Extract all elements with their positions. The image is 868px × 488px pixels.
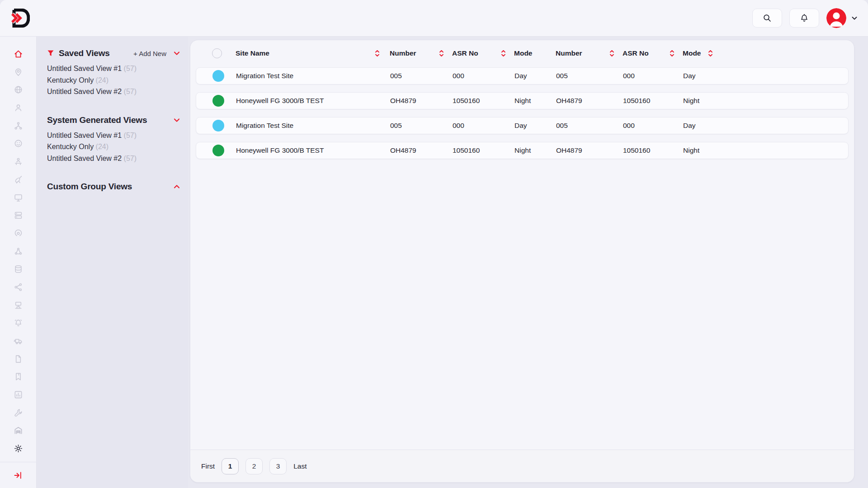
cell-site-name: Migration Test Site — [236, 72, 390, 80]
satellite-dish-icon[interactable] — [14, 175, 23, 184]
chevron-down-icon[interactable] — [173, 49, 181, 57]
sort-icon[interactable] — [609, 50, 614, 57]
monitor-icon[interactable] — [14, 193, 23, 202]
sort-icon[interactable] — [375, 50, 380, 57]
cell-asr-no-2: 000 — [623, 72, 683, 80]
column-header-asr-no[interactable]: ASR No — [452, 40, 514, 66]
status-dot — [212, 120, 224, 131]
table-row[interactable]: Migration Test Site 005 000 Day 005 000 … — [196, 67, 849, 84]
sort-icon[interactable] — [501, 50, 506, 57]
pagination-last[interactable]: Last — [293, 462, 307, 470]
sort-icon[interactable] — [439, 50, 444, 57]
app-window: Saved Views + Add New Untitled Saved Vie… — [0, 0, 868, 488]
select-all-radio[interactable] — [212, 48, 222, 58]
filter-funnel-icon — [47, 50, 54, 57]
chevron-up-icon[interactable] — [173, 183, 181, 191]
column-header-site-name[interactable]: Site Name — [236, 40, 390, 66]
section-title: Saved Views — [59, 48, 110, 58]
network-device-icon[interactable] — [14, 300, 23, 310]
view-label: Kentucky Only — [47, 76, 94, 84]
icon-rail — [0, 37, 37, 488]
cell-number-2: 005 — [556, 72, 623, 80]
truck-icon[interactable] — [14, 336, 23, 346]
view-label: Untitled Saved View #2 — [47, 155, 122, 162]
pagination-first[interactable]: First — [201, 462, 215, 470]
broadcast-icon[interactable] — [14, 229, 23, 238]
brand-logo[interactable] — [11, 9, 30, 28]
chevron-down-icon[interactable] — [173, 116, 181, 124]
view-label: Untitled Saved View #1 — [47, 131, 122, 139]
column-label: Mode — [683, 49, 701, 57]
table-row[interactable]: Honeywell FG 3000/B TEST OH4879 1050160 … — [196, 92, 849, 109]
database-icon[interactable] — [14, 264, 23, 274]
home-icon[interactable] — [14, 49, 23, 59]
column-header-number-2[interactable]: Number — [556, 40, 623, 66]
status-dot — [212, 145, 224, 156]
notifications-button[interactable] — [789, 9, 819, 28]
cluster-icon[interactable] — [14, 247, 23, 256]
saved-view-item[interactable]: Untitled Saved View #1 (57) — [47, 65, 181, 72]
view-label: Untitled Saved View #1 — [47, 65, 122, 72]
system-views-header: System Generated Views — [47, 115, 181, 125]
user-icon[interactable] — [14, 103, 23, 113]
column-header-number[interactable]: Number — [390, 40, 452, 66]
cell-asr-no-2: 1050160 — [623, 146, 683, 155]
saved-views-header: Saved Views + Add New — [47, 48, 181, 58]
cell-mode-2: Night — [683, 97, 848, 105]
custom-group-views-header: Custom Group Views — [47, 182, 181, 192]
bookmark-icon[interactable] — [14, 372, 23, 381]
document-icon[interactable] — [14, 354, 23, 364]
table-row[interactable]: Migration Test Site 005 000 Day 005 000 … — [196, 117, 849, 134]
face-badge-icon[interactable] — [14, 139, 23, 148]
sites-table-card: Site Name Number ASR No — [190, 40, 854, 483]
cell-site-name: Honeywell FG 3000/B TEST — [236, 146, 390, 155]
add-new-button[interactable]: + Add New — [133, 50, 166, 57]
cell-number: 005 — [390, 72, 453, 80]
search-button[interactable] — [752, 9, 782, 28]
status-dot — [212, 70, 224, 82]
agent-desk-icon[interactable] — [14, 157, 23, 166]
sort-icon[interactable] — [670, 50, 675, 57]
cell-asr-no: 1050160 — [453, 97, 514, 105]
saved-view-item[interactable]: Untitled Saved View #2 (57) — [47, 155, 181, 162]
column-header-mode: Mode — [514, 40, 556, 66]
pagination-page-1[interactable]: 1 — [222, 458, 239, 474]
saved-view-item[interactable]: Kentucky Only (24) — [47, 143, 181, 150]
sitemap-icon[interactable] — [14, 121, 23, 131]
globe-icon[interactable] — [14, 85, 23, 94]
cell-mode: Night — [514, 146, 556, 155]
alarm-bell-icon[interactable] — [14, 318, 23, 328]
view-count: (57) — [124, 88, 137, 95]
profile-menu[interactable] — [826, 8, 858, 28]
collapse-sidebar-icon[interactable] — [13, 470, 23, 480]
cell-mode-2: Night — [683, 146, 848, 155]
analytics-icon[interactable] — [14, 390, 23, 399]
server-icon[interactable] — [14, 211, 23, 220]
view-count: (57) — [124, 155, 137, 162]
saved-view-item[interactable]: Untitled Saved View #2 (57) — [47, 88, 181, 95]
cell-number: 005 — [390, 122, 453, 130]
location-pin-icon[interactable] — [14, 67, 23, 77]
table-row[interactable]: Honeywell FG 3000/B TEST OH4879 1050160 … — [196, 142, 849, 159]
cell-site-name: Honeywell FG 3000/B TEST — [236, 97, 390, 105]
saved-view-item[interactable]: Kentucky Only (24) — [47, 77, 181, 84]
saved-view-item[interactable]: Untitled Saved View #1 (57) — [47, 132, 181, 139]
share-icon[interactable] — [14, 282, 23, 292]
sort-icon[interactable] — [708, 50, 713, 57]
topbar-actions — [752, 8, 858, 28]
topbar — [0, 0, 868, 37]
cell-asr-no: 1050160 — [453, 146, 514, 155]
settings-gear-icon[interactable] — [14, 444, 23, 453]
column-header-asr-no-2[interactable]: ASR No — [623, 40, 683, 66]
pagination-page-2[interactable]: 2 — [245, 458, 263, 474]
warehouse-icon[interactable] — [14, 426, 23, 435]
cell-asr-no-2: 000 — [623, 122, 683, 130]
cell-mode: Day — [514, 122, 556, 130]
wrench-icon[interactable] — [14, 408, 23, 418]
section-title: Custom Group Views — [47, 182, 132, 192]
pagination-page-3[interactable]: 3 — [269, 458, 287, 474]
view-label: Kentucky Only — [47, 143, 94, 150]
cell-asr-no-2: 1050160 — [623, 97, 683, 105]
table-body: Migration Test Site 005 000 Day 005 000 … — [190, 66, 854, 450]
column-header-mode-2[interactable]: Mode — [683, 40, 849, 66]
